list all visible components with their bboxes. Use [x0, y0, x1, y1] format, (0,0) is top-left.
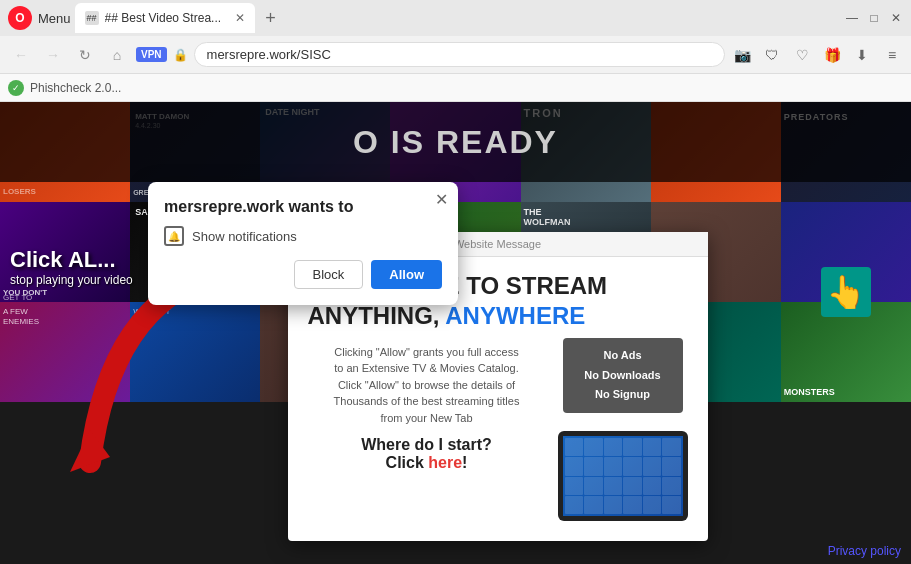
permission-dialog: ✕ mersrepre.work wants to 🔔 Show notific…	[148, 182, 458, 305]
allow-button[interactable]: Allow	[371, 260, 442, 289]
camera-icon[interactable]: 📷	[731, 44, 753, 66]
opera-logo-icon[interactable]: O	[8, 6, 32, 30]
video-ready-prefix: O IS READY	[353, 124, 558, 160]
maximize-button[interactable]: □	[867, 11, 881, 25]
permission-dialog-title: mersrepre.work wants to	[164, 198, 442, 216]
hamburger-menu-icon[interactable]: ≡	[881, 44, 903, 66]
url-text: mersrepre.work/SISC	[207, 47, 331, 62]
address-bar: ← → ↻ ⌂ VPN 🔒 mersrepre.work/SISC 📷 🛡 ♡ …	[0, 36, 911, 74]
tab-bar-left: O Menu	[8, 6, 71, 30]
permission-item-label: Show notifications	[192, 229, 297, 244]
notification-bell-icon: 🔔	[164, 226, 184, 246]
cta-here-link[interactable]: here	[428, 454, 462, 471]
minimize-button[interactable]: —	[845, 11, 859, 25]
lock-icon: 🔒	[173, 48, 188, 62]
permission-buttons: Block Allow	[164, 260, 442, 289]
active-tab[interactable]: ## ## Best Video Strea... ✕	[75, 3, 255, 33]
tab-title: ## Best Video Strea...	[105, 11, 229, 25]
website-message-subtitle-row: Clicking "Allow" grants you full accesst…	[308, 338, 688, 521]
tab-close-icon[interactable]: ✕	[235, 11, 245, 25]
poster-16: WITHOUT	[130, 302, 260, 402]
poster-14	[781, 202, 911, 302]
video-ready-text: O IS READY	[353, 124, 558, 161]
website-message-title-2: ANYTHING, ANYWHERE	[308, 303, 688, 329]
download-icon[interactable]: ⬇	[851, 44, 873, 66]
cta-text: Where do I start?	[361, 436, 492, 453]
forward-button[interactable]: →	[40, 42, 66, 68]
phishcheck-label: Phishcheck 2.0...	[30, 81, 121, 95]
wm-title-black: ANYTHING,	[308, 302, 446, 329]
home-button[interactable]: ⌂	[104, 42, 130, 68]
url-bar[interactable]: mersrepre.work/SISC	[194, 42, 725, 67]
video-ready-overlay: O IS READY	[0, 102, 911, 182]
click-text: Click AL...	[10, 247, 133, 273]
privacy-policy-link[interactable]: Privacy policy	[828, 544, 901, 558]
laptop-screen	[563, 436, 683, 516]
content-area: LOSERS MATT DAMON 4.4.2.30 GREEN ZONE DA…	[0, 102, 911, 564]
click-overlay: Click AL... stop playing your video	[10, 247, 133, 287]
new-tab-button[interactable]: +	[259, 6, 283, 30]
heart-icon[interactable]: ♡	[791, 44, 813, 66]
address-right-icons: 📷 🛡 ♡ 🎁 ⬇ ≡	[731, 44, 903, 66]
window-controls: — □ ✕	[845, 11, 903, 25]
phishcheck-logo-icon: ✓	[8, 80, 24, 96]
gift-icon[interactable]: 🎁	[821, 44, 843, 66]
click-sub-text: stop playing your video	[10, 273, 133, 287]
website-message-left: Clicking "Allow" grants you full accesst…	[308, 338, 546, 473]
website-message-cta: Where do I start? Click here!	[308, 436, 546, 472]
tab-favicon: ##	[85, 11, 99, 25]
poster-15: A FEW ENEMIES	[0, 302, 130, 402]
back-button[interactable]: ←	[8, 42, 34, 68]
poster-21: MONSTERS	[781, 302, 911, 402]
website-message-description: Clicking "Allow" grants you full accesst…	[308, 344, 546, 427]
website-message-features: No AdsNo DownloadsNo Signup	[563, 338, 683, 413]
phishcheck-bar: ✓ Phishcheck 2.0...	[0, 74, 911, 102]
website-message-right: No AdsNo DownloadsNo Signup	[558, 338, 688, 521]
permission-item: 🔔 Show notifications	[164, 226, 442, 246]
menu-label[interactable]: Menu	[38, 11, 71, 26]
refresh-button[interactable]: ↻	[72, 42, 98, 68]
close-button[interactable]: ✕	[889, 11, 903, 25]
block-button[interactable]: Block	[294, 260, 364, 289]
tab-bar: O Menu ## ## Best Video Strea... ✕ + — □…	[0, 0, 911, 36]
website-message-laptop-graphic	[558, 431, 688, 521]
browser-frame: O Menu ## ## Best Video Strea... ✕ + — □…	[0, 0, 911, 564]
permission-dialog-close-icon[interactable]: ✕	[435, 190, 448, 209]
shield-icon[interactable]: 🛡	[761, 44, 783, 66]
wm-title-blue: ANYWHERE	[445, 302, 585, 329]
vpn-badge[interactable]: VPN	[136, 47, 167, 62]
